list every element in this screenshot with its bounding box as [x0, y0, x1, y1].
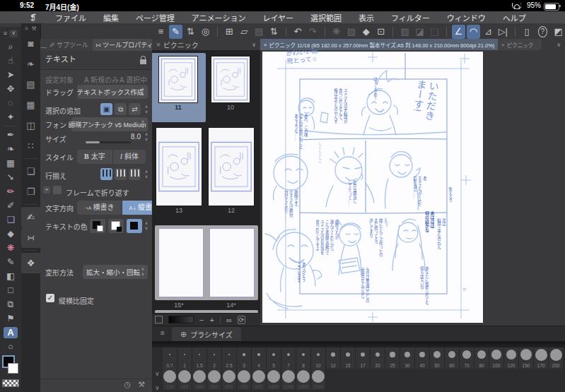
close-icon[interactable]: ×	[264, 42, 267, 48]
brush-size-150[interactable]: 150	[519, 348, 534, 369]
brush-size-600[interactable]: 600	[222, 369, 237, 390]
decoration-tool[interactable]: ❑	[0, 213, 21, 227]
brush-size-60[interactable]: 60	[445, 348, 460, 369]
quick-access-palette[interactable]: ◙	[21, 33, 40, 54]
thumb-size-handle[interactable]	[155, 316, 163, 323]
brush-size-8[interactable]: 8	[296, 348, 311, 369]
tool-palette-header[interactable]: ≡ ∨	[0, 27, 21, 40]
horizontal-text-button[interactable]: ⇢A横書き	[77, 201, 122, 215]
brush-size-700[interactable]: 700	[237, 369, 252, 390]
brush-size-30[interactable]: 30	[400, 348, 415, 369]
brush-size-1500[interactable]: 1500	[296, 369, 311, 390]
transform-dropdown[interactable]: 拡大・縮小・回転 ∧∨	[83, 265, 148, 279]
brush-size-20[interactable]: 20	[371, 348, 385, 369]
canvas-viewport[interactable]: かわいい顔 宛とって☆いただき まーす!はぁ〜うめ〜ユメさんの手料理が 食べられ…	[260, 50, 565, 326]
layer-search-palette[interactable]: ❐	[21, 182, 40, 202]
transparent-color-chip[interactable]	[2, 379, 19, 387]
brush-size-250[interactable]: 250	[163, 369, 177, 390]
stepper-icon[interactable]: ∧∨	[140, 267, 146, 277]
brush-size-300[interactable]: 300	[177, 369, 192, 390]
stepper-icon[interactable]: ∧∨	[140, 119, 146, 129]
move-layer-tool[interactable]: ✥	[0, 82, 21, 96]
fill-icon[interactable]: ◆	[359, 25, 373, 39]
brush-size-tab[interactable]: ⊕ ブラシサイズ	[172, 327, 241, 341]
timeline-palette[interactable]: ▤	[21, 74, 40, 95]
snap-ruler-icon[interactable]: ∠	[452, 25, 465, 39]
eyedropper-tool[interactable]: ➘	[0, 170, 21, 184]
aspect-checkbox[interactable]: ✓	[46, 294, 54, 302]
menu-item-8[interactable]: ウィンドウ	[447, 12, 486, 23]
stepper-icon[interactable]: ∧∨	[144, 170, 149, 179]
auto-select-tool[interactable]: ✦	[0, 110, 21, 124]
brush-size-80[interactable]: 80	[474, 348, 489, 369]
pen-tool[interactable]: ✒	[0, 128, 21, 142]
brush-size-0.7[interactable]: 0.7	[163, 348, 177, 369]
brush-size-4[interactable]: 4	[252, 348, 267, 369]
flip-view-icon[interactable]: ▷|	[496, 25, 510, 39]
thumb-size-slider[interactable]	[168, 316, 194, 323]
chevron-down-icon[interactable]: ∨	[9, 30, 18, 37]
close-icon[interactable]: ×	[156, 41, 161, 49]
brush-size-7[interactable]: 7	[281, 348, 296, 369]
selection-launcher-icon[interactable]: ❋	[330, 25, 343, 39]
size-value[interactable]: 8.0	[131, 133, 141, 141]
page-thumbnail-10[interactable]: 10	[209, 57, 252, 111]
object-tool[interactable]: ➤	[0, 68, 21, 82]
panel-collapse-icon[interactable]: ∨	[155, 384, 160, 391]
crop-mark-icon[interactable]: ⊡	[374, 25, 388, 39]
figure-tool[interactable]: □	[0, 283, 21, 297]
stepper-icon[interactable]: ∧∨	[144, 132, 149, 142]
stepper-icon[interactable]: ∧∨	[144, 105, 149, 114]
sub-color-chip[interactable]	[108, 219, 124, 233]
selection-area-icon[interactable]: ▧	[344, 25, 358, 39]
brush-size-50[interactable]: 50	[430, 348, 445, 369]
brush-size-2000[interactable]: 2000	[311, 369, 326, 390]
link-icon[interactable]: ∞	[226, 316, 232, 324]
zoom-in-icon[interactable]: +	[209, 316, 214, 324]
menu-item-9[interactable]: ヘルプ	[503, 12, 526, 23]
palette-dock-icon[interactable]: ◎	[199, 25, 212, 39]
menu-item-2[interactable]: ページ管理	[136, 12, 175, 23]
menu-item-5[interactable]: 選択範囲	[310, 12, 342, 23]
snap-grid-icon[interactable]: ⊿	[482, 25, 495, 39]
brush-size-800[interactable]: 800	[252, 369, 267, 390]
open-file-icon[interactable]: ▱	[238, 25, 251, 39]
add-selection-icon[interactable]: ⧉	[115, 103, 127, 115]
brush-size-12[interactable]: 12	[326, 348, 341, 369]
brush-size-200[interactable]: 200	[549, 348, 564, 369]
menu-item-3[interactable]: アニメーション	[192, 12, 246, 23]
snap-curve-icon[interactable]: ◠	[467, 25, 480, 39]
color-mixing-palette[interactable]: ❧	[21, 54, 40, 74]
undo-icon[interactable]: ↶	[291, 25, 305, 39]
blend-tool[interactable]: ❋	[0, 241, 21, 255]
wrap-checkbox[interactable]	[53, 186, 62, 194]
brush-size-17[interactable]: 17	[356, 348, 371, 369]
companion-mode-icon[interactable]: ▯	[520, 25, 534, 39]
help-icon[interactable]: ?	[538, 26, 548, 37]
brush-size-170[interactable]: 170	[534, 348, 549, 369]
main-color-chip[interactable]	[90, 219, 105, 233]
canvas-tab-inactive[interactable]: × ピクニック	[498, 39, 542, 50]
italic-button[interactable]: I斜体	[112, 150, 146, 164]
brush-size-100[interactable]: 100	[489, 348, 504, 369]
lasso-tool[interactable]: ◌	[0, 96, 21, 110]
settings-wrench-icon[interactable]: ⚒	[138, 380, 145, 389]
color-swatches[interactable]	[0, 355, 21, 376]
export-icon[interactable]: ▤	[252, 25, 266, 39]
new-page-icon[interactable]: ⊞	[223, 25, 236, 39]
current-tool-icon[interactable]: ✎	[169, 25, 182, 39]
page-cycle-icon[interactable]: ⇅	[267, 25, 281, 39]
brush-size-2[interactable]: 2	[207, 348, 222, 369]
expand-plus-icon[interactable]: +	[43, 186, 50, 194]
canvas-tab-active[interactable]: × ピクニック 11/18 (B5 182.00 x 257.00mm 製本サイ…	[260, 39, 498, 50]
all-sides-palette[interactable]: ∷	[21, 136, 40, 156]
panel-collapse-icon[interactable]: ∨	[155, 370, 160, 377]
brush-size-25[interactable]: 25	[385, 348, 400, 369]
selection-border-icon[interactable]: ⬚	[428, 25, 441, 39]
history-clock-icon[interactable]: ◷	[124, 380, 132, 389]
brush-size-1.5[interactable]: 1.5	[192, 348, 207, 369]
font-dropdown[interactable]: 源暎アンチック v5 Medium ∧∨	[71, 117, 148, 131]
new-selection-icon[interactable]: ▣	[100, 103, 112, 115]
workspace-icon[interactable]: ◩	[552, 25, 565, 39]
brush-size-1000[interactable]: 1000	[267, 369, 281, 390]
